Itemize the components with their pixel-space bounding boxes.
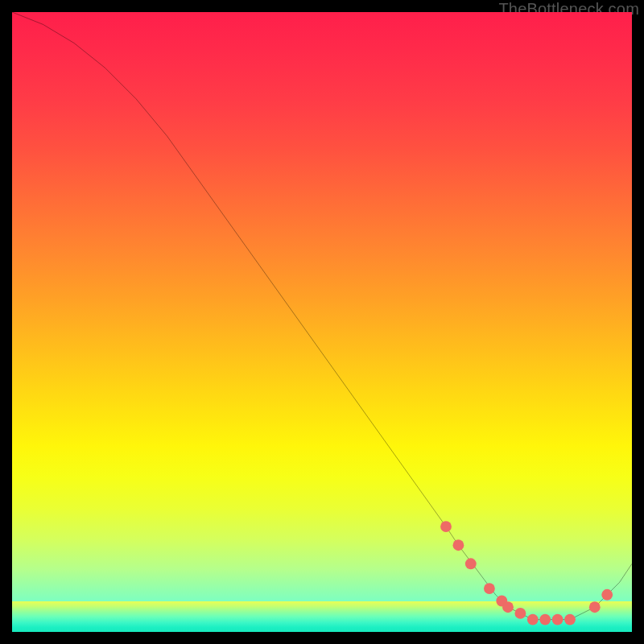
curve-marker — [502, 601, 514, 613]
curve-marker — [601, 589, 613, 601]
curve-marker — [564, 614, 576, 625]
bottleneck-curve-line — [12, 12, 632, 620]
curve-marker — [552, 614, 564, 625]
curve-marker — [589, 601, 601, 613]
curve-markers — [440, 521, 613, 625]
curve-marker — [514, 608, 526, 619]
curve-marker — [539, 614, 551, 625]
curve-marker — [440, 521, 452, 532]
chart-frame: TheBottleneck.com — [0, 0, 644, 644]
curve-marker — [527, 614, 539, 625]
chart-plot-area — [12, 12, 632, 632]
curve-marker — [465, 558, 477, 569]
curve-marker — [452, 539, 464, 551]
curve-marker — [484, 583, 495, 594]
chart-svg — [12, 12, 632, 632]
